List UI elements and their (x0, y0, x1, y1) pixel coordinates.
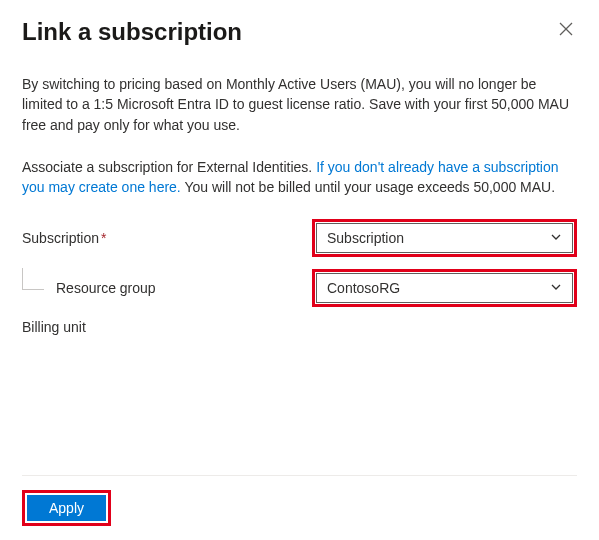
billing-unit-label: Billing unit (22, 319, 86, 335)
panel-footer: Apply (22, 475, 577, 540)
subscription-select-highlight: Subscription (312, 219, 577, 257)
resource-group-select[interactable]: ContosoRG (316, 273, 573, 303)
chevron-down-icon (550, 280, 562, 296)
billing-unit-row: Billing unit (22, 319, 577, 335)
resource-group-row: Resource group ContosoRG (22, 269, 577, 307)
apply-button[interactable]: Apply (27, 495, 106, 521)
resource-group-label: Resource group (56, 280, 156, 296)
subscription-label-col: Subscription * (22, 230, 312, 246)
link-subscription-panel: Link a subscription By switching to pric… (0, 0, 599, 540)
apply-button-highlight: Apply (22, 490, 111, 526)
panel-title: Link a subscription (22, 18, 242, 46)
subscription-label: Subscription (22, 230, 99, 246)
resource-group-select-value: ContosoRG (327, 280, 400, 296)
tree-indent-line (22, 268, 44, 290)
resource-group-label-col: Resource group (22, 280, 312, 296)
close-icon (559, 22, 573, 39)
resource-group-select-highlight: ContosoRG (312, 269, 577, 307)
subscription-select-value: Subscription (327, 230, 404, 246)
panel-header: Link a subscription (22, 18, 577, 46)
associate-lead: Associate a subscription for External Id… (22, 159, 316, 175)
subscription-select[interactable]: Subscription (316, 223, 573, 253)
associate-text: Associate a subscription for External Id… (22, 157, 577, 198)
chevron-down-icon (550, 230, 562, 246)
subscription-row: Subscription * Subscription (22, 219, 577, 257)
intro-text: By switching to pricing based on Monthly… (22, 74, 577, 135)
close-button[interactable] (555, 18, 577, 43)
required-star: * (101, 230, 106, 246)
billing-unit-label-col: Billing unit (22, 319, 312, 335)
associate-tail: You will not be billed until your usage … (181, 179, 555, 195)
